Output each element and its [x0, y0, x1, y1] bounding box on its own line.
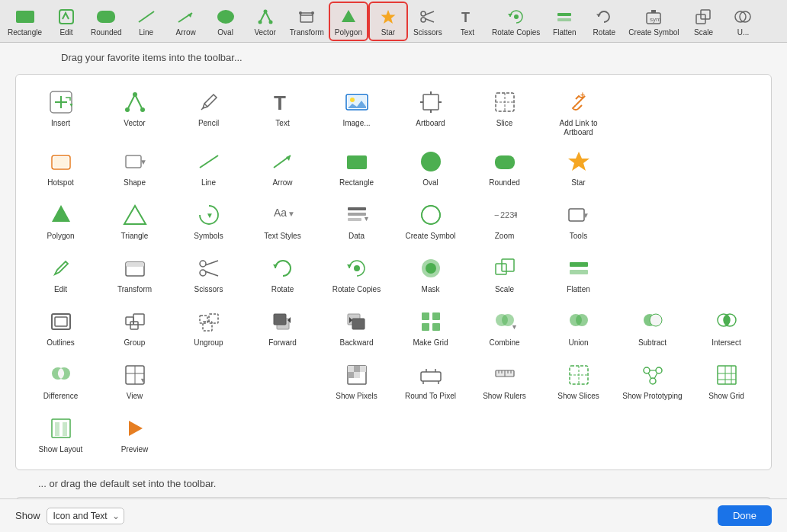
grid-label-hotspot: Hotspot	[47, 178, 73, 187]
done-button[interactable]: Done	[718, 505, 772, 526]
grid-item-text[interactable]: T Text	[246, 82, 320, 142]
grid-item-rotate[interactable]: Rotate	[246, 248, 320, 302]
rectangle-icon	[14, 6, 36, 27]
grid-item-show-slices[interactable]: Show Slices	[541, 355, 615, 409]
grid-label-forward: Forward	[268, 338, 297, 348]
difference-icon	[47, 361, 75, 389]
grid-item-polygon[interactable]: Polygon	[24, 195, 98, 248]
toolbar-rectangle[interactable]: Rectangle	[3, 2, 47, 41]
grid-label-round-to-pixel: Round To Pixel	[405, 392, 456, 401]
grid-item-backward[interactable]: Backward	[320, 302, 394, 355]
toolbar-flatten[interactable]: Flatten	[544, 2, 584, 41]
svg-rect-109	[422, 312, 429, 320]
grid-item-text-styles[interactable]: Aa ▼ Text Styles	[246, 195, 320, 248]
svg-text:+: +	[513, 210, 517, 220]
grid-item-oval[interactable]: Oval	[394, 142, 467, 195]
toolbar-line[interactable]: Line	[127, 2, 166, 41]
grid-item-image[interactable]: Image...	[320, 82, 394, 142]
grid-item-show-rulers[interactable]: Show Rulers	[467, 355, 541, 409]
toolbar-polygon[interactable]: Polygon	[329, 2, 368, 41]
toolbar-create-symbol[interactable]: sym Create Symbol	[624, 2, 683, 41]
grid-item-intersect[interactable]: Intersect	[689, 302, 763, 355]
toolbar-transform[interactable]: Transform	[285, 2, 329, 41]
grid-label-text-styles: Text Styles	[264, 232, 300, 241]
grid-item-triangle[interactable]: Triangle	[98, 195, 172, 248]
grid-item-edit[interactable]: Edit	[24, 248, 98, 302]
grid-item-rectangle[interactable]: Rectangle	[320, 142, 394, 195]
svg-point-21	[514, 14, 519, 19]
grid-item-star[interactable]: Star	[541, 142, 615, 195]
grid-item-show-grid[interactable]: Show Grid	[689, 355, 763, 409]
grid-item-create-symbol[interactable]: Create Symbol	[394, 195, 467, 248]
grid-item-scale[interactable]: Scale	[467, 248, 541, 302]
toolbar-vector[interactable]: Vector	[246, 2, 285, 41]
grid-item-pencil[interactable]: Pencil	[172, 82, 246, 142]
grid-item-rounded[interactable]: Rounded	[467, 142, 541, 195]
svg-point-8	[268, 20, 272, 24]
grid-item-show-prototyping[interactable]: Show Prototyping	[615, 355, 689, 409]
grid-item-preview[interactable]: Preview	[98, 409, 172, 462]
main-content: Drag your favorite items into the toolba…	[0, 43, 787, 470]
svg-rect-92	[502, 259, 514, 271]
toolbar-text[interactable]: T Text	[448, 2, 487, 41]
grid-item-slice[interactable]: Slice	[467, 82, 541, 142]
svg-point-43	[350, 98, 355, 102]
grid-item-show-layout[interactable]: Show Layout	[24, 409, 98, 462]
grid-item-line[interactable]: Line	[172, 142, 246, 195]
grid-item-arrow[interactable]: Arrow	[246, 142, 320, 195]
scissors-grid-icon	[195, 255, 223, 282]
grid-label-symbols: Symbols	[194, 232, 223, 241]
grid-item-rotate-copies[interactable]: Rotate Copies	[320, 248, 394, 302]
toolbar-scale[interactable]: Scale	[683, 2, 723, 41]
grid-item-subtract[interactable]: Subtract	[615, 302, 689, 355]
grid-item-shape[interactable]: ▼ Shape	[98, 142, 172, 195]
backward-icon	[343, 308, 371, 335]
svg-text:▼: ▼	[140, 377, 146, 384]
grid-item-tools[interactable]: ▼ Tools	[541, 195, 615, 248]
grid-item-make-grid[interactable]: Make Grid	[394, 302, 467, 355]
footer-show-select[interactable]: Icon and Text Icon Only Text Only	[47, 508, 124, 524]
svg-marker-65	[52, 205, 70, 222]
grid-item-artboard[interactable]: Artboard	[394, 82, 467, 142]
grid-item-data[interactable]: ▼ Data	[320, 195, 394, 248]
toolbar-union-top[interactable]: U...	[723, 2, 763, 41]
svg-text:▼: ▼	[582, 211, 589, 220]
toolbar-edit[interactable]: Edit	[47, 2, 86, 41]
toolbar-scissors[interactable]: Scissors	[408, 2, 448, 41]
grid-item-flatten[interactable]: Flatten	[541, 248, 615, 302]
toolbar-rotate[interactable]: Rotate	[584, 2, 624, 41]
grid-item-insert[interactable]: ▼ Insert	[24, 82, 98, 142]
grid-item-forward[interactable]: Forward	[246, 302, 320, 355]
zoom-icon: − 223% +	[491, 201, 519, 229]
grid-item-round-to-pixel[interactable]: Round To Pixel	[394, 355, 467, 409]
grid-item-hotspot[interactable]: Hotspot	[24, 142, 98, 195]
grid-item-add-link[interactable]: + Add Link to Artboard	[541, 82, 615, 142]
toolbar-oval[interactable]: Oval	[206, 2, 246, 41]
toolbar-arrow[interactable]: Arrow	[166, 2, 206, 41]
grid-item-combine[interactable]: ▼ Combine	[467, 302, 541, 355]
grid-item-show-pixels[interactable]: Show Pixels	[320, 355, 394, 409]
grid-item-mask[interactable]: Mask	[394, 248, 467, 302]
svg-rect-97	[126, 317, 133, 325]
svg-rect-132	[348, 372, 354, 378]
grid-item-outlines[interactable]: Outlines	[24, 302, 98, 355]
grid-item-group[interactable]: Group	[98, 302, 172, 355]
grid-item-zoom[interactable]: − 223% + Zoom	[467, 195, 541, 248]
grid-label-intersect: Intersect	[712, 338, 740, 348]
show-prototyping-icon	[639, 361, 667, 389]
grid-label-make-grid: Make Grid	[413, 338, 448, 348]
toolbar-rounded[interactable]: Rounded	[86, 2, 127, 41]
grid-item-transform[interactable]: Transform	[98, 248, 172, 302]
grid-label-group: Group	[124, 338, 146, 348]
grid-item-ungroup[interactable]: Ungroup	[172, 302, 246, 355]
toolbar-rotate-copies[interactable]: Rotate Copies	[487, 2, 544, 41]
grid-item-union[interactable]: Union	[541, 302, 615, 355]
toolbar-star[interactable]: Star	[368, 2, 408, 41]
grid-item-view[interactable]: ▼ View	[98, 355, 172, 409]
grid-item-scissors[interactable]: Scissors	[172, 248, 246, 302]
grid-item-vector[interactable]: Vector	[98, 82, 172, 142]
grid-item-symbols[interactable]: ▼ Symbols	[172, 195, 246, 248]
grid-label-insert: Insert	[51, 119, 70, 128]
grid-label-add-link: Add Link to Artboard	[544, 119, 612, 137]
grid-item-difference[interactable]: Difference	[24, 355, 98, 409]
